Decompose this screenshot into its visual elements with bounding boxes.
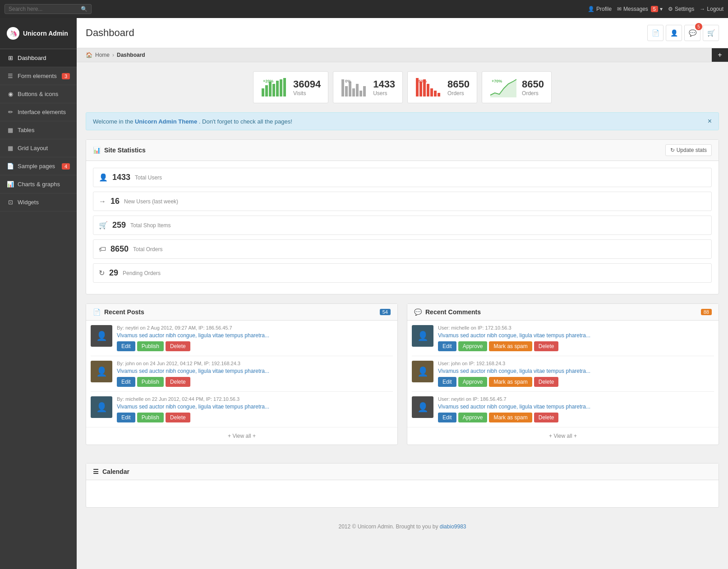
post-publish-btn-3[interactable]: Publish bbox=[137, 413, 164, 422]
post-actions-2: Edit Publish Delete bbox=[117, 377, 393, 387]
breadcrumb-home[interactable]: Home bbox=[95, 52, 110, 58]
svg-rect-12 bbox=[356, 84, 359, 96]
cart-icon-btn[interactable]: 🛒 bbox=[703, 25, 719, 41]
comment-delete-btn-2[interactable]: Delete bbox=[534, 377, 559, 387]
recent-posts-icon: 📄 bbox=[93, 308, 101, 316]
post-link-2[interactable]: Vivamus sed auctor nibh congue, ligula v… bbox=[117, 368, 393, 374]
stats-row: +20% 36094 Visits bbox=[86, 71, 719, 103]
sidebar-item-label: Form elements bbox=[18, 73, 57, 79]
comment-approve-btn-1[interactable]: Approve bbox=[458, 341, 488, 351]
post-edit-btn-2[interactable]: Edit bbox=[117, 377, 135, 387]
svg-rect-22 bbox=[438, 93, 440, 96]
comment-delete-btn-1[interactable]: Delete bbox=[534, 341, 559, 351]
post-delete-btn-2[interactable]: Delete bbox=[166, 377, 190, 387]
comment-edit-btn-1[interactable]: Edit bbox=[438, 341, 456, 351]
recent-comments-badge: 88 bbox=[701, 309, 712, 315]
user-icon-btn[interactable]: 👤 bbox=[666, 25, 682, 41]
orders2-value: 8650 bbox=[522, 78, 544, 90]
sidebar-item-label: Buttons & icons bbox=[18, 91, 58, 97]
sidebar-item-label: Sample pages bbox=[18, 163, 55, 170]
doc-icon-btn[interactable]: 📄 bbox=[647, 25, 663, 41]
post-edit-btn-1[interactable]: Edit bbox=[117, 341, 135, 351]
total-orders-label: Total Orders bbox=[133, 246, 162, 252]
footer-text: 2012 © Unicorn Admin. Brought to you by bbox=[338, 523, 438, 530]
total-orders-value: 8650 bbox=[111, 244, 129, 254]
breadcrumb-chevron: › bbox=[112, 52, 114, 58]
sidebar-item-form-elements[interactable]: ☰ Form elements 3 bbox=[0, 67, 77, 85]
comment-link-1[interactable]: Vivamus sed auctor nibh congue, ligula v… bbox=[438, 332, 714, 339]
alert-close-btn[interactable]: × bbox=[708, 117, 712, 125]
doc-icon: 📄 bbox=[652, 29, 659, 37]
post-item-3: 👤 By: michelle on 22 Jun 2012, 02:44 PM,… bbox=[91, 392, 393, 427]
post-avatar-1: 👤 bbox=[91, 325, 112, 347]
layout: 🦄 Unicorn Admin ⊞ Dashboard ☰ Form eleme… bbox=[0, 18, 728, 569]
sidebar-item-widgets[interactable]: ⊡ Widgets bbox=[0, 193, 77, 211]
comment-actions-1: Edit Approve Mark as spam Delete bbox=[438, 341, 714, 351]
form-elements-icon: ☰ bbox=[7, 73, 14, 79]
messages-link[interactable]: ✉ Messages 5 ▾ bbox=[617, 6, 663, 12]
search-icon[interactable]: 🔍 bbox=[81, 6, 88, 12]
messages-label: Messages bbox=[623, 6, 648, 12]
stat-row-total-orders: 🏷 8650 Total Orders bbox=[93, 239, 712, 259]
comments-view-all[interactable]: + View all + bbox=[407, 427, 719, 445]
pending-orders-icon: ↻ bbox=[99, 269, 105, 277]
sidebar-item-charts-graphs[interactable]: 📊 Charts & graphs bbox=[0, 175, 77, 193]
widgets-icon: ⊡ bbox=[7, 199, 14, 206]
post-publish-btn-2[interactable]: Publish bbox=[137, 377, 164, 387]
update-stats-btn[interactable]: ↻ Update stats bbox=[665, 144, 712, 156]
breadcrumb-plus-btn[interactable]: + bbox=[712, 48, 728, 62]
comment-edit-btn-3[interactable]: Edit bbox=[438, 413, 456, 422]
comment-meta-3: User: neytiri on IP: 186.56.45.7 bbox=[438, 396, 714, 402]
comment-spam-btn-1[interactable]: Mark as spam bbox=[489, 341, 532, 351]
comment-edit-btn-2[interactable]: Edit bbox=[438, 377, 456, 387]
recent-comments-panel: 💬 Recent Comments 88 👤 User: michelle on… bbox=[407, 303, 719, 445]
sidebar-item-dashboard[interactable]: ⊞ Dashboard bbox=[0, 49, 77, 67]
comment-delete-btn-3[interactable]: Delete bbox=[534, 413, 559, 422]
stat-row-pending-orders: ↻ 29 Pending Orders bbox=[93, 263, 712, 283]
stat-card-orders2: +70% 8650 Orders bbox=[482, 71, 552, 103]
comment-link-2[interactable]: Vivamus sed auctor nibh congue, ligula v… bbox=[438, 368, 714, 374]
comment-spam-btn-3[interactable]: Mark as spam bbox=[489, 413, 532, 422]
comment-item-1: 👤 User: michelle on IP: 172.10.56.3 Viva… bbox=[412, 321, 714, 356]
calendar-icon: ☰ bbox=[93, 468, 99, 475]
sidebar-item-tables[interactable]: ▦ Tables bbox=[0, 121, 77, 139]
chat-icon-btn[interactable]: 💬 5 bbox=[684, 25, 700, 41]
comment-spam-btn-2[interactable]: Mark as spam bbox=[489, 377, 532, 387]
search-box[interactable]: 🔍 bbox=[5, 4, 92, 14]
messages-badge: 5 bbox=[651, 6, 658, 12]
comment-link-3[interactable]: Vivamus sed auctor nibh congue, ligula v… bbox=[438, 404, 714, 410]
sidebar-item-interface-elements[interactable]: ✏ Interface elements bbox=[0, 103, 77, 121]
post-link-3[interactable]: Vivamus sed auctor nibh congue, ligula v… bbox=[117, 404, 393, 410]
visits-chart: +20% bbox=[261, 77, 288, 97]
sidebar-item-label: Widgets bbox=[18, 199, 39, 206]
svg-rect-21 bbox=[434, 91, 437, 96]
svg-rect-11 bbox=[352, 88, 355, 96]
profile-link[interactable]: 👤 Profile bbox=[588, 6, 612, 12]
logout-link[interactable]: → Logout bbox=[700, 6, 723, 12]
post-avatar-3: 👤 bbox=[91, 396, 112, 418]
orders2-label: Orders bbox=[522, 90, 544, 96]
post-link-1[interactable]: Vivamus sed auctor nibh congue, ligula v… bbox=[117, 332, 393, 339]
comment-approve-btn-3[interactable]: Approve bbox=[458, 413, 488, 422]
sidebar-item-sample-pages[interactable]: 📄 Sample pages 4 bbox=[0, 157, 77, 175]
recent-comments-header: 💬 Recent Comments 88 bbox=[407, 304, 719, 321]
comment-approve-btn-2[interactable]: Approve bbox=[458, 377, 488, 387]
comment-item-2: 👤 User: john on IP: 192.168.24.3 Vivamus… bbox=[412, 356, 714, 392]
post-delete-btn-1[interactable]: Delete bbox=[166, 341, 190, 351]
svg-rect-0 bbox=[262, 88, 264, 96]
svg-rect-9 bbox=[345, 86, 348, 96]
post-publish-btn-1[interactable]: Publish bbox=[137, 341, 164, 351]
new-users-value: 16 bbox=[111, 197, 120, 206]
post-edit-btn-3[interactable]: Edit bbox=[117, 413, 135, 422]
sidebar-item-buttons-icons[interactable]: ◉ Buttons & icons bbox=[0, 85, 77, 103]
posts-view-all[interactable]: + View all + bbox=[86, 427, 397, 445]
footer-link[interactable]: diabio9983 bbox=[440, 523, 466, 530]
post-delete-btn-3[interactable]: Delete bbox=[166, 413, 190, 422]
post-meta-2: By: john on on 24 Jun 2012, 04:12 PM, IP… bbox=[117, 361, 393, 366]
settings-link[interactable]: ⚙ Settings bbox=[668, 6, 694, 12]
sample-pages-badge: 4 bbox=[62, 163, 70, 170]
messages-dropdown-icon[interactable]: ▾ bbox=[660, 6, 663, 12]
calendar-panel: ☰ Calendar bbox=[86, 463, 719, 508]
sidebar-item-grid-layout[interactable]: ▦ Grid Layout bbox=[0, 139, 77, 157]
search-input[interactable] bbox=[9, 6, 81, 12]
